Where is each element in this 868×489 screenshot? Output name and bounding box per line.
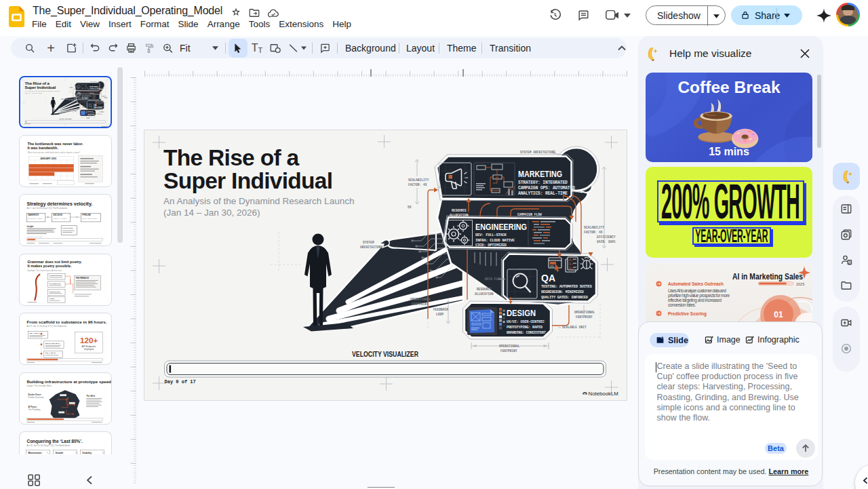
svg-text:Act II: Jan 17-20 (Day 4-7) |: Act II: Jan 17-20 (Day 4-7) | The Explos… — [27, 326, 67, 328]
svg-text:VELOCITY TRACKER: VELOCITY TRACKER — [27, 236, 43, 237]
svg-text:Building infrastructure at pro: Building infrastructure at prototype spe… — [27, 378, 111, 383]
svg-text:AUDIT: AUDIT — [50, 298, 55, 300]
svg-text:Insight: The Invisible Work: Insight: The Invisible Work — [27, 385, 52, 387]
svg-text:Strategy determines velocity.: Strategy determines velocity. — [27, 201, 93, 207]
svg-text:Growth: Growth — [55, 452, 63, 454]
svg-text:Automated Sales Outreach: Automated Sales Outreach — [668, 281, 724, 287]
svg-text:Monetization: Monetization — [28, 452, 41, 454]
svg-text:15 mins: 15 mins — [709, 146, 749, 157]
svg-text:Product Decisions: Product Decisions — [28, 396, 44, 399]
svg-text:DECISION: DECISION — [53, 214, 62, 217]
svg-text:Conquering the ‘Last 80%’.: Conquering the ‘Last 80%’. — [27, 439, 83, 444]
svg-text:GUARDRAILS: GUARDRAILS — [50, 283, 61, 285]
svg-text:Spotlight: The Governance Arch: Spotlight: The Governance Architecture — [27, 269, 62, 272]
svg-text:PROTOCOLS: PROTOCOLS — [50, 290, 60, 292]
svg-text:01: 01 — [774, 310, 783, 319]
svg-text:Usability: Usability — [82, 452, 92, 454]
svg-text:Insight:: Insight: — [27, 225, 35, 228]
svg-text:Coffee Break: Coffee Break — [677, 78, 781, 96]
svg-text:Day 5-6 Jan 18-19: Day 5-6 Jan 18-19 — [45, 343, 60, 345]
svg-text:Act I: Jan 14-16 (Day 1-3) | T: Act I: Jan 14-16 (Day 1-3) | The Foundat… — [27, 208, 68, 210]
svg-text:AI in Marketing Sales: AI in Marketing Sales — [732, 272, 803, 281]
svg-text:It was bandwidth.: It was bandwidth. — [27, 146, 58, 150]
svg-text:Predictive Scoring: Predictive Scoring — [668, 311, 707, 317]
svg-text:2025: 2025 — [796, 282, 804, 286]
svg-text:Deployed: Deployed — [84, 348, 94, 351]
svg-text:Next.js 15 + React: Next.js 15 + React — [28, 218, 42, 220]
svg-text:THE PARADOX: THE PARADOX — [76, 276, 90, 279]
svg-text:PIPELINE: PIPELINE — [82, 214, 91, 217]
svg-text:120+: 120+ — [80, 336, 98, 345]
svg-text:Day 7 Jan 20: Day 7 Jan 20 — [45, 353, 56, 355]
svg-text:JANUARY 2026: JANUARY 2026 — [40, 157, 56, 160]
svg-text:Grammar does not limit poetry.: Grammar does not limit poetry. — [27, 259, 82, 263]
svg-text:What if one person could build: What if one person could build what used… — [27, 151, 80, 154]
svg-text:The bottleneck was never labor: The bottleneck was never labor. — [27, 142, 83, 146]
svg-text:The Plumbing: The Plumbing — [28, 408, 40, 410]
svg-text:Day 4 Jan 17: Day 4 Jan 17 — [29, 332, 40, 334]
svg-text:API Endpoints: API Endpoints — [82, 345, 96, 348]
svg-text:MANIFESTO: MANIFESTO — [28, 214, 39, 217]
svg-text:conversion rates.: conversion rates. — [668, 302, 696, 307]
svg-text:From scaffold to substance in: From scaffold to substance in 96 hours. — [27, 319, 107, 324]
svg-text:GUILLOTINE: GUILLOTINE — [62, 228, 73, 230]
svg-text:Act III: Jan 21-26 (Day 8-13): Act III: Jan 21-26 (Day 8-13) | The Buil… — [27, 444, 71, 447]
svg-text:CONSTITUTION: CONSTITUTION — [50, 275, 62, 277]
svg-text:FastAPI + Python: FastAPI + Python — [53, 218, 66, 220]
svg-text:The Shift:: The Shift: — [86, 395, 95, 397]
svg-text:Multi-Agent System: Multi-Agent System — [82, 218, 97, 220]
svg-text:It makes poetry possible.: It makes poetry possible. — [27, 264, 71, 268]
